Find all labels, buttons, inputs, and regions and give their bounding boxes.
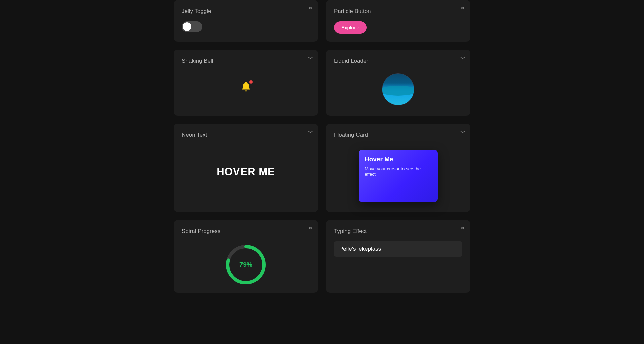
notification-dot-icon	[249, 80, 253, 84]
code-icon[interactable]: <>	[308, 5, 312, 10]
floating-card-title: Hover Me	[365, 156, 432, 163]
particle-button-card: <> Particle Button Explode	[326, 0, 470, 42]
code-icon[interactable]: <>	[460, 55, 464, 60]
jelly-toggle[interactable]	[182, 21, 202, 32]
code-icon[interactable]: <>	[460, 5, 464, 10]
card-title: Typing Effect	[334, 228, 462, 235]
code-icon[interactable]: <>	[460, 129, 464, 134]
bell-icon[interactable]	[240, 81, 252, 94]
floating-card-subtitle: Move your cursor to see the effect	[365, 166, 432, 177]
spiral-progress: 79%	[226, 245, 266, 285]
typing-effect-card: <> Typing Effect Pelle's lekeplass	[326, 220, 470, 293]
card-title: Floating Card	[334, 132, 462, 138]
card-title: Neon Text	[182, 132, 310, 138]
code-icon[interactable]: <>	[308, 225, 312, 230]
card-title: Shaking Bell	[182, 58, 310, 64]
card-title: Liquid Loader	[334, 58, 462, 64]
jelly-toggle-card: <> Jelly Toggle	[174, 0, 318, 42]
floating-card-card: <> Floating Card Hover Me Move your curs…	[326, 124, 470, 212]
neon-text-card: <> Neon Text HOVER ME	[174, 124, 318, 212]
liquid-loader-icon	[382, 73, 414, 105]
explode-button[interactable]: Explode	[334, 21, 367, 34]
card-title: Spiral Progress	[182, 228, 310, 235]
code-icon[interactable]: <>	[308, 129, 312, 134]
cursor-icon	[382, 245, 382, 253]
floating-card[interactable]: Hover Me Move your cursor to see the eff…	[359, 150, 438, 202]
code-icon[interactable]: <>	[460, 225, 464, 230]
toggle-knob	[183, 22, 191, 31]
card-title: Jelly Toggle	[182, 8, 310, 15]
progress-value: 79%	[239, 261, 252, 268]
neon-text[interactable]: HOVER ME	[217, 166, 275, 178]
shaking-bell-card: <> Shaking Bell	[174, 50, 318, 116]
card-title: Particle Button	[334, 8, 462, 15]
spiral-progress-card: <> Spiral Progress 79%	[174, 220, 318, 293]
code-icon[interactable]: <>	[308, 55, 312, 60]
typing-text: Pelle's lekeplass	[339, 246, 381, 252]
typing-display: Pelle's lekeplass	[334, 241, 462, 257]
liquid-loader-card: <> Liquid Loader	[326, 50, 470, 116]
